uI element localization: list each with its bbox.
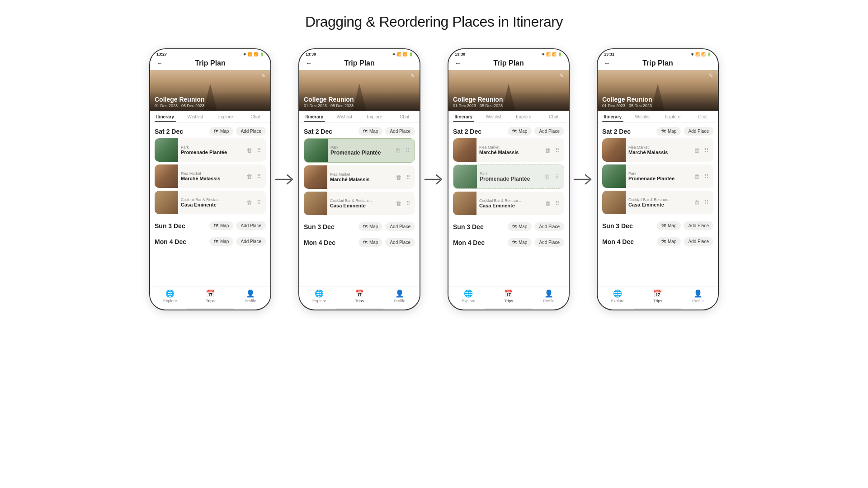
map-button-mon-2[interactable]: 🗺 Map [359, 238, 382, 247]
tab-explore-3[interactable]: Explore [509, 111, 539, 122]
status-icons-2: ✳ 📶 📶 🔋 [392, 52, 413, 56]
drag-park-3[interactable]: ⠿ [554, 173, 560, 181]
tab-itinerary-4[interactable]: Itinerary [598, 111, 628, 122]
delete-market-4[interactable]: 🗑 [693, 146, 701, 155]
edit-icon-1[interactable]: ✎ [261, 73, 266, 79]
back-button-3[interactable]: ← [455, 60, 461, 67]
nav-explore-4[interactable]: 🌐 Explore [598, 289, 638, 303]
add-place-button-mon-2[interactable]: Add Place [385, 238, 415, 247]
tab-wishlist-3[interactable]: Wishlist [479, 111, 509, 122]
tab-explore-1[interactable]: Explore [210, 111, 241, 122]
tab-itinerary-1[interactable]: Itinerary [150, 111, 180, 122]
add-place-button-sat-1[interactable]: Add Place [236, 127, 266, 136]
edit-icon-3[interactable]: ✎ [560, 73, 564, 79]
map-button-sat-2[interactable]: 🗺 Map [359, 127, 382, 136]
trips-icon-3: 📅 [504, 289, 513, 298]
map-button-sun-3[interactable]: 🗺 Map [508, 222, 532, 231]
tab-chat-2[interactable]: Chat [390, 111, 420, 122]
add-place-button-mon-4[interactable]: Add Place [684, 237, 713, 246]
tab-wishlist-2[interactable]: Wishlist [330, 111, 360, 122]
drag-bar-4[interactable]: ⠿ [703, 198, 710, 207]
back-button-4[interactable]: ← [604, 60, 610, 67]
nav-trips-2[interactable]: 📅 Trips [340, 289, 380, 303]
delete-bar-1[interactable]: 🗑 [245, 198, 253, 207]
nav-trips-1[interactable]: 📅 Trips [190, 289, 231, 303]
map-button-sat-4[interactable]: 🗺 Map [657, 127, 681, 136]
map-button-mon-1[interactable]: 🗺 Map [209, 237, 233, 246]
nav-explore-label-4: Explore [611, 299, 625, 303]
tab-itinerary-2[interactable]: Itinerary [299, 111, 330, 122]
map-button-sat-3[interactable]: 🗺 Map [508, 127, 532, 136]
profile-icon-2: 👤 [395, 289, 404, 298]
delete-market-1[interactable]: 🗑 [245, 172, 253, 181]
add-place-button-sat-4[interactable]: Add Place [684, 127, 713, 136]
drag-bar-3[interactable]: ⠿ [554, 199, 561, 208]
place-category-market-3: Flea Market [479, 145, 541, 150]
drag-market-4[interactable]: ⠿ [703, 146, 710, 155]
place-name-market-4: Marché Malassis [628, 150, 690, 155]
tab-chat-1[interactable]: Chat [241, 111, 271, 122]
delete-market-3[interactable]: 🗑 [544, 146, 552, 155]
delete-market-2[interactable]: 🗑 [395, 173, 402, 182]
add-place-button-sun-1[interactable]: Add Place [236, 221, 266, 230]
tab-explore-4[interactable]: Explore [658, 111, 688, 122]
arrow-right-3 [572, 170, 594, 188]
delete-bar-3[interactable]: 🗑 [544, 199, 552, 208]
nav-explore-1[interactable]: 🌐 Explore [150, 289, 190, 303]
delete-bar-4[interactable]: 🗑 [693, 198, 701, 207]
drag-market-2[interactable]: ⠿ [405, 173, 411, 182]
nav-explore-2[interactable]: 🌐 Explore [299, 289, 340, 303]
nav-profile-4[interactable]: 👤 Profile [678, 289, 718, 303]
tab-wishlist-4[interactable]: Wishlist [628, 111, 658, 122]
add-place-button-sat-2[interactable]: Add Place [385, 127, 415, 136]
place-category-bar-3: Cocktail Bar & Restaur... [479, 198, 541, 203]
add-place-button-sat-3[interactable]: Add Place [534, 127, 564, 136]
day-label-mon-3: Mon 4 Dec [453, 239, 485, 246]
map-button-sun-2[interactable]: 🗺 Map [359, 222, 382, 231]
place-card-market-4: Flea Market Marché Malassis 🗑 ⠿ [602, 138, 713, 162]
place-actions-market-1: 🗑 ⠿ [245, 172, 266, 181]
delete-park-2[interactable]: 🗑 [394, 146, 402, 155]
map-button-mon-4[interactable]: 🗺 Map [657, 237, 681, 246]
drag-market-1[interactable]: ⠿ [256, 172, 262, 181]
drag-bar-1[interactable]: ⠿ [256, 198, 262, 207]
map-button-sun-4[interactable]: 🗺 Map [657, 221, 681, 230]
drag-park-4[interactable]: ⠿ [703, 172, 710, 181]
nav-profile-2[interactable]: 👤 Profile [379, 289, 420, 303]
drag-park-1[interactable]: ⠿ [256, 146, 262, 155]
add-place-button-mon-1[interactable]: Add Place [236, 237, 266, 246]
place-name-park-1: Promenade Plantée [181, 150, 243, 155]
day-header-mon-4: Mon 4 Dec 🗺 Map Add Place [602, 233, 713, 249]
drag-market-3[interactable]: ⠿ [554, 146, 561, 155]
drag-bar-2[interactable]: ⠿ [405, 199, 411, 208]
add-place-button-mon-3[interactable]: Add Place [534, 238, 564, 247]
add-place-button-sun-4[interactable]: Add Place [684, 221, 713, 230]
map-button-mon-3[interactable]: 🗺 Map [508, 238, 532, 247]
tab-chat-4[interactable]: Chat [688, 111, 718, 122]
edit-icon-4[interactable]: ✎ [709, 73, 713, 79]
delete-park-4[interactable]: 🗑 [693, 172, 701, 181]
delete-park-3[interactable]: 🗑 [543, 173, 551, 181]
add-place-button-sun-3[interactable]: Add Place [534, 222, 564, 231]
tab-explore-2[interactable]: Explore [359, 111, 390, 122]
delete-bar-2[interactable]: 🗑 [395, 199, 402, 208]
edit-icon-2[interactable]: ✎ [410, 73, 415, 79]
drag-park-2[interactable]: ⠿ [405, 146, 411, 155]
map-button-sun-1[interactable]: 🗺 Map [209, 221, 233, 230]
nav-profile-label-3: Profile [543, 299, 555, 303]
back-button-1[interactable]: ← [156, 60, 163, 67]
delete-park-1[interactable]: 🗑 [245, 146, 253, 155]
tab-chat-3[interactable]: Chat [539, 111, 569, 122]
map-button-sat-1[interactable]: 🗺 Map [209, 127, 233, 136]
back-button-2[interactable]: ← [306, 60, 312, 67]
tab-itinerary-3[interactable]: Itinerary [448, 111, 479, 122]
nav-trips-3[interactable]: 📅 Trips [489, 289, 529, 303]
nav-profile-1[interactable]: 👤 Profile [230, 289, 270, 303]
nav-trips-label-4: Trips [653, 299, 662, 303]
nav-trips-4[interactable]: 📅 Trips [638, 289, 678, 303]
tab-wishlist-1[interactable]: Wishlist [180, 111, 211, 122]
nav-explore-3[interactable]: 🌐 Explore [448, 289, 489, 303]
nav-profile-3[interactable]: 👤 Profile [528, 289, 569, 303]
place-info-park-3: Park Promenade Plantée [477, 169, 543, 184]
add-place-button-sun-2[interactable]: Add Place [385, 222, 415, 231]
